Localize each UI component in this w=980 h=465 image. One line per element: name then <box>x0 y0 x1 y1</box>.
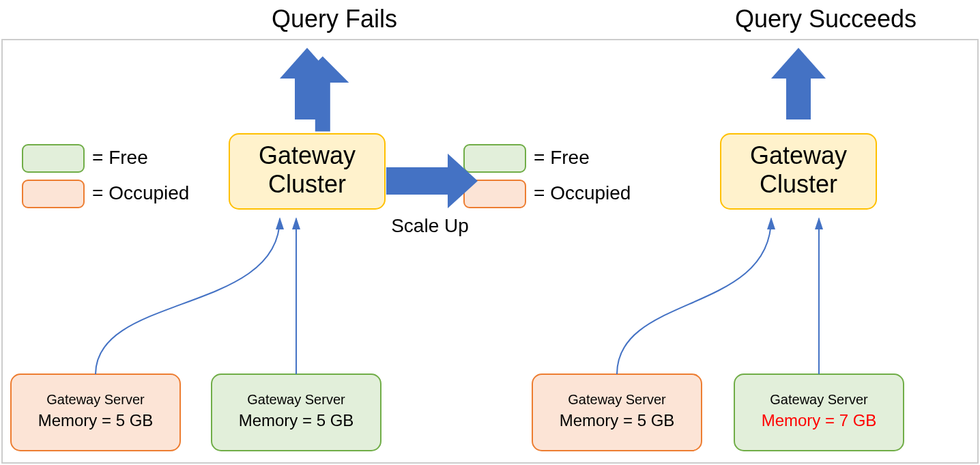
legend-free-swatch-right <box>464 145 525 172</box>
connector-right-1 <box>617 219 771 374</box>
server-right-1-title: Gateway Server <box>568 392 666 407</box>
server-left-1-mem: Memory = 5 GB <box>38 411 154 429</box>
server-left-1-title: Gateway Server <box>46 392 145 407</box>
left-title: Query Fails <box>272 5 397 33</box>
server-right-2-mem: Memory = 7 GB <box>762 411 877 429</box>
legend-free-label-right: = Free <box>534 147 590 168</box>
legend-occ-label-left: = Occupied <box>92 182 189 203</box>
arrow-up-right <box>771 48 826 119</box>
scale-up-label: Scale Up <box>391 215 469 236</box>
svg-rect-3 <box>786 75 811 119</box>
legend-occ-label-right: = Occupied <box>534 182 631 203</box>
svg-rect-1 <box>295 75 319 119</box>
server-left-2-title: Gateway Server <box>247 392 345 407</box>
gateway-cluster-left-line2: Cluster <box>268 170 346 198</box>
connector-left-1 <box>96 219 280 374</box>
svg-rect-5 <box>386 167 448 195</box>
server-right-1-mem: Memory = 5 GB <box>560 411 675 429</box>
right-title: Query Succeeds <box>735 5 917 33</box>
svg-marker-4 <box>771 48 826 79</box>
legend-occ-swatch-left <box>23 180 84 208</box>
gateway-cluster-left-line1: Gateway <box>259 141 356 169</box>
gateway-cluster-right-line2: Cluster <box>760 170 837 198</box>
legend-free-swatch-left <box>23 145 84 172</box>
server-left-2-mem: Memory = 5 GB <box>239 411 354 429</box>
legend-free-label-left: = Free <box>92 147 148 168</box>
gateway-cluster-right-line1: Gateway <box>750 141 847 169</box>
server-right-2-title: Gateway Server <box>770 392 868 407</box>
